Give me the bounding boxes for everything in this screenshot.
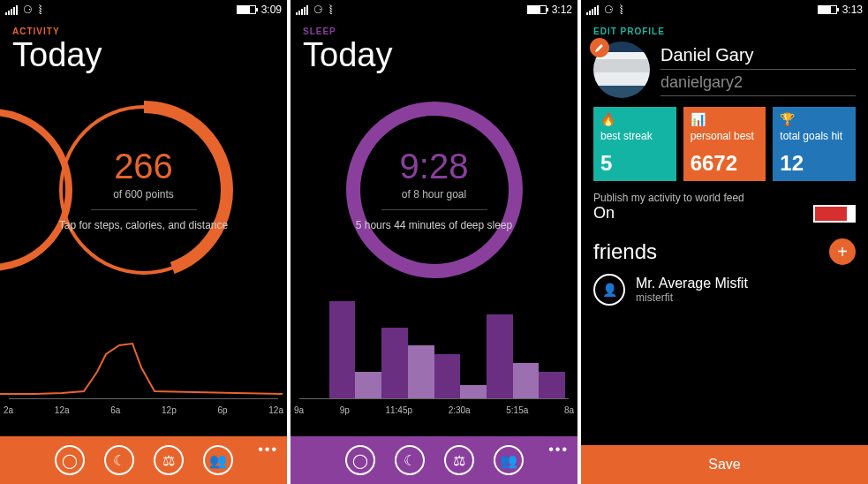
- more-button[interactable]: •••: [548, 442, 569, 458]
- tile-label: best streak: [600, 130, 669, 142]
- vibrate-icon: ⦚: [38, 4, 43, 16]
- tick: 9a: [294, 405, 304, 415]
- vibrate-icon: ⦚: [619, 4, 624, 16]
- x-axis: [299, 398, 569, 399]
- tick: 12a: [55, 405, 70, 415]
- activity-goal: of 600 points: [113, 188, 174, 200]
- tile-value: 5: [600, 151, 669, 176]
- phone-profile: ⚆ ⦚ 3:13 EDIT PROFILE Daniel Gary daniel…: [581, 0, 868, 484]
- app-bar: ◯ ☾ ⚖ 👥 •••: [0, 436, 287, 484]
- bars-icon: 📊: [691, 112, 759, 128]
- x-ticks: 2a 12a 6a 12p 6p 12a: [0, 405, 287, 415]
- phone-sleep: ⚆ ⦚ 3:12 SLEEP Today 9:28 of 8 hour goal…: [291, 0, 577, 484]
- pencil-icon: [594, 42, 605, 53]
- clock: 3:09: [261, 4, 282, 16]
- tick: 6p: [217, 405, 227, 415]
- clock: 3:13: [842, 4, 863, 16]
- tile-label: personal best: [691, 130, 759, 142]
- friends-header: friends: [593, 239, 829, 264]
- activity-points: 266: [114, 147, 173, 186]
- activity-hint: Tap for steps, calories, and distance: [59, 219, 228, 233]
- vibrate-icon: ⦚: [328, 4, 334, 16]
- x-axis: [9, 398, 278, 399]
- signal-icon: [586, 5, 599, 15]
- app-bar: ◯ ☾ ⚖ 👥 •••: [291, 436, 577, 484]
- stats-tiles: 🔥 best streak 5 📊 personal best 6672 🏆 t…: [581, 107, 868, 181]
- tile-value: 6672: [691, 151, 759, 176]
- x-ticks: 9a 9p 11:45p 2:30a 5:15a 8a: [291, 405, 577, 415]
- status-bar: ⚆ ⦚ 3:09: [0, 0, 287, 19]
- activity-sparkline-icon: [0, 319, 283, 398]
- signal-icon: [296, 5, 308, 15]
- tile-total-goals[interactable]: 🏆 total goals hit 12: [773, 107, 856, 181]
- wifi-icon: ⚆: [23, 4, 33, 16]
- section-label: SLEEP: [291, 19, 577, 36]
- signal-icon: [5, 5, 18, 15]
- add-friend-button[interactable]: +: [829, 238, 856, 265]
- divider: [91, 209, 197, 210]
- battery-icon: [527, 5, 547, 14]
- nav-weight-button[interactable]: ⚖: [154, 445, 184, 475]
- tick: 2:30a: [449, 405, 471, 415]
- tick: 6a: [110, 405, 120, 415]
- tile-personal-best[interactable]: 📊 personal best 6672: [683, 107, 766, 181]
- tick: 12a: [268, 405, 283, 415]
- avatar[interactable]: [593, 42, 650, 98]
- activity-chart[interactable]: 2a 12a 6a 12p 6p 12a: [0, 300, 287, 415]
- nav-sleep-button[interactable]: ☾: [395, 445, 425, 475]
- tile-label: total goals hit: [780, 130, 849, 142]
- tick: 2a: [4, 405, 13, 415]
- nav-sleep-button[interactable]: ☾: [104, 445, 134, 475]
- nav-activity-button[interactable]: ◯: [55, 445, 85, 475]
- save-button[interactable]: Save: [581, 445, 868, 484]
- tick: 12p: [162, 405, 177, 415]
- nav-weight-button[interactable]: ⚖: [444, 445, 474, 475]
- tick: 9p: [340, 405, 350, 415]
- battery-icon: [237, 5, 256, 14]
- tile-best-streak[interactable]: 🔥 best streak 5: [593, 107, 676, 181]
- sleep-chart[interactable]: 9a 9p 11:45p 2:30a 5:15a 8a: [291, 300, 577, 415]
- more-button[interactable]: •••: [258, 442, 278, 458]
- status-bar: ⚆ ⦚ 3:13: [581, 0, 868, 19]
- name-field[interactable]: Daniel Gary: [660, 42, 856, 70]
- wifi-icon: ⚆: [313, 4, 323, 16]
- publish-label: Publish my activity to world feed: [593, 192, 813, 204]
- tick: 11:45p: [385, 405, 412, 415]
- nav-social-button[interactable]: 👥: [203, 445, 233, 475]
- username-field[interactable]: danielgary2: [660, 70, 856, 96]
- tile-value: 12: [780, 151, 849, 176]
- page-title: Today: [291, 36, 577, 79]
- tick: 5:15a: [506, 405, 528, 415]
- nav-activity-button[interactable]: ◯: [345, 445, 375, 475]
- tick: 8a: [564, 405, 574, 415]
- status-bar: ⚆ ⦚ 3:12: [291, 0, 577, 19]
- publish-toggle[interactable]: [813, 205, 856, 223]
- trophy-icon: 🏆: [780, 112, 849, 128]
- sleep-bars-icon: [303, 301, 565, 398]
- sleep-duration: 9:28: [400, 147, 469, 186]
- friend-row[interactable]: 👤 Mr. Average Misfit misterfit: [581, 270, 868, 309]
- section-label: ACTIVITY: [0, 19, 287, 36]
- phone-activity: ⚆ ⦚ 3:09 ACTIVITY Today 266 of 600 point…: [0, 0, 287, 484]
- page-title: Today: [0, 36, 287, 79]
- battery-icon: [818, 5, 837, 14]
- friend-username: misterfit: [636, 291, 748, 304]
- sleep-hint: 5 hours 44 minutes of deep sleep: [356, 219, 512, 233]
- friend-avatar-icon: 👤: [593, 274, 625, 306]
- nav-social-button[interactable]: 👥: [494, 445, 524, 475]
- section-label: EDIT PROFILE: [581, 19, 868, 36]
- friend-name: Mr. Average Misfit: [636, 276, 748, 291]
- activity-ring[interactable]: 266 of 600 points Tap for steps, calorie…: [0, 79, 287, 300]
- wifi-icon: ⚆: [604, 4, 614, 16]
- publish-value: On: [593, 204, 813, 223]
- divider: [381, 209, 487, 210]
- edit-avatar-button[interactable]: [590, 38, 609, 57]
- sleep-goal: of 8 hour goal: [402, 188, 466, 200]
- sleep-ring[interactable]: 9:28 of 8 hour goal 5 hours 44 minutes o…: [291, 79, 577, 300]
- clock: 3:12: [552, 4, 572, 16]
- flame-icon: 🔥: [600, 112, 669, 128]
